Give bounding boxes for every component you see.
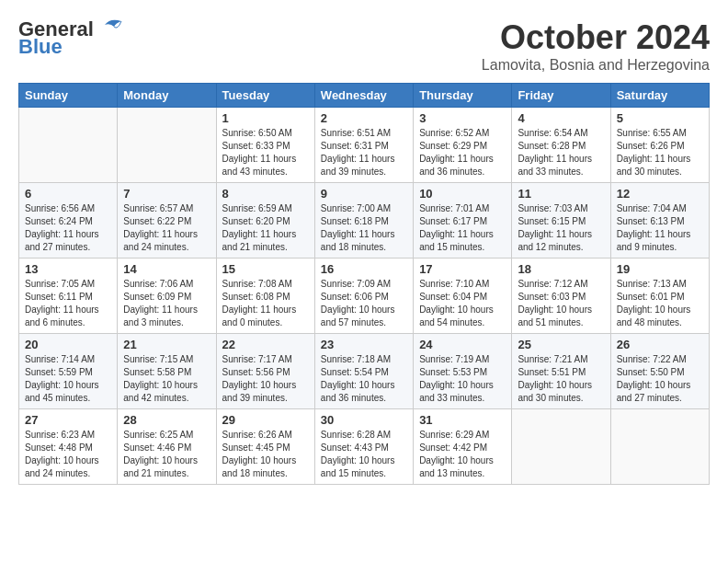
- day-info: Sunrise: 6:59 AM Sunset: 6:20 PM Dayligh…: [222, 202, 309, 254]
- calendar-cell: 31Sunrise: 6:29 AM Sunset: 4:42 PM Dayli…: [414, 409, 512, 485]
- day-info: Sunrise: 6:56 AM Sunset: 6:24 PM Dayligh…: [25, 202, 111, 254]
- calendar-header-row: SundayMondayTuesdayWednesdayThursdayFrid…: [19, 84, 710, 108]
- calendar-cell: 17Sunrise: 7:10 AM Sunset: 6:04 PM Dayli…: [414, 259, 512, 334]
- calendar-cell: 10Sunrise: 7:01 AM Sunset: 6:17 PM Dayli…: [414, 183, 512, 259]
- day-number: 15: [222, 262, 309, 276]
- day-info: Sunrise: 7:19 AM Sunset: 5:53 PM Dayligh…: [419, 353, 506, 405]
- calendar-cell: 8Sunrise: 6:59 AM Sunset: 6:20 PM Daylig…: [216, 183, 314, 259]
- calendar-cell: 7Sunrise: 6:57 AM Sunset: 6:22 PM Daylig…: [118, 183, 216, 259]
- calendar-cell: [512, 409, 610, 485]
- calendar-cell: 20Sunrise: 7:14 AM Sunset: 5:59 PM Dayli…: [19, 334, 118, 409]
- day-info: Sunrise: 6:23 AM Sunset: 4:48 PM Dayligh…: [25, 429, 111, 480]
- calendar-week-5: 27Sunrise: 6:23 AM Sunset: 4:48 PM Dayli…: [19, 409, 710, 485]
- logo: General Blue: [18, 18, 125, 59]
- day-number: 6: [25, 187, 111, 201]
- day-number: 30: [321, 413, 407, 427]
- day-number: 13: [25, 262, 111, 276]
- header-tuesday: Tuesday: [216, 84, 314, 108]
- calendar-cell: 15Sunrise: 7:08 AM Sunset: 6:08 PM Dayli…: [216, 259, 314, 334]
- day-info: Sunrise: 7:09 AM Sunset: 6:06 PM Dayligh…: [321, 278, 407, 329]
- logo-bird-icon: [96, 17, 125, 38]
- calendar-cell: 1Sunrise: 6:50 AM Sunset: 6:33 PM Daylig…: [216, 108, 314, 183]
- day-info: Sunrise: 7:13 AM Sunset: 6:01 PM Dayligh…: [617, 278, 703, 329]
- day-info: Sunrise: 6:25 AM Sunset: 4:46 PM Dayligh…: [123, 429, 210, 480]
- day-info: Sunrise: 7:15 AM Sunset: 5:58 PM Dayligh…: [123, 353, 210, 405]
- location-title: Lamovita, Bosnia and Herzegovina: [482, 57, 710, 74]
- day-number: 9: [321, 187, 407, 201]
- header-monday: Monday: [118, 84, 216, 108]
- calendar-cell: 14Sunrise: 7:06 AM Sunset: 6:09 PM Dayli…: [118, 259, 216, 334]
- header-wednesday: Wednesday: [314, 84, 413, 108]
- day-info: Sunrise: 6:54 AM Sunset: 6:28 PM Dayligh…: [518, 127, 604, 178]
- day-info: Sunrise: 7:01 AM Sunset: 6:17 PM Dayligh…: [419, 202, 506, 254]
- day-info: Sunrise: 7:14 AM Sunset: 5:59 PM Dayligh…: [25, 353, 111, 405]
- day-info: Sunrise: 7:21 AM Sunset: 5:51 PM Dayligh…: [518, 353, 604, 405]
- day-info: Sunrise: 6:51 AM Sunset: 6:31 PM Dayligh…: [321, 127, 407, 178]
- day-info: Sunrise: 6:57 AM Sunset: 6:22 PM Dayligh…: [123, 202, 210, 254]
- calendar-week-3: 13Sunrise: 7:05 AM Sunset: 6:11 PM Dayli…: [19, 259, 710, 334]
- day-number: 26: [617, 338, 703, 351]
- day-info: Sunrise: 7:10 AM Sunset: 6:04 PM Dayligh…: [419, 278, 506, 329]
- day-info: Sunrise: 7:00 AM Sunset: 6:18 PM Dayligh…: [321, 202, 407, 254]
- calendar-cell: 5Sunrise: 6:55 AM Sunset: 6:26 PM Daylig…: [610, 108, 709, 183]
- page-header: General Blue October 2024 Lamovita, Bosn…: [18, 18, 710, 74]
- day-info: Sunrise: 6:29 AM Sunset: 4:42 PM Dayligh…: [419, 429, 506, 480]
- day-info: Sunrise: 7:18 AM Sunset: 5:54 PM Dayligh…: [321, 353, 407, 405]
- day-number: 18: [518, 262, 604, 276]
- calendar-cell: 22Sunrise: 7:17 AM Sunset: 5:56 PM Dayli…: [216, 334, 314, 409]
- day-info: Sunrise: 6:55 AM Sunset: 6:26 PM Dayligh…: [617, 127, 703, 178]
- day-number: 24: [419, 338, 506, 351]
- day-number: 23: [321, 338, 407, 351]
- day-number: 22: [222, 338, 309, 351]
- calendar-cell: 6Sunrise: 6:56 AM Sunset: 6:24 PM Daylig…: [19, 183, 118, 259]
- calendar-cell: 30Sunrise: 6:28 AM Sunset: 4:43 PM Dayli…: [314, 409, 413, 485]
- day-number: 25: [518, 338, 604, 351]
- calendar-cell: 13Sunrise: 7:05 AM Sunset: 6:11 PM Dayli…: [19, 259, 118, 334]
- day-info: Sunrise: 7:17 AM Sunset: 5:56 PM Dayligh…: [222, 353, 309, 405]
- day-number: 17: [419, 262, 506, 276]
- day-number: 8: [222, 187, 309, 201]
- calendar-cell: [19, 108, 118, 183]
- calendar-table: SundayMondayTuesdayWednesdayThursdayFrid…: [18, 83, 710, 485]
- calendar-cell: 27Sunrise: 6:23 AM Sunset: 4:48 PM Dayli…: [19, 409, 118, 485]
- calendar-cell: 19Sunrise: 7:13 AM Sunset: 6:01 PM Dayli…: [610, 259, 709, 334]
- day-number: 4: [518, 111, 604, 125]
- calendar-cell: 16Sunrise: 7:09 AM Sunset: 6:06 PM Dayli…: [314, 259, 413, 334]
- day-number: 21: [123, 338, 210, 351]
- day-number: 2: [321, 111, 407, 125]
- day-info: Sunrise: 7:12 AM Sunset: 6:03 PM Dayligh…: [518, 278, 604, 329]
- calendar-cell: 23Sunrise: 7:18 AM Sunset: 5:54 PM Dayli…: [314, 334, 413, 409]
- calendar-cell: [118, 108, 216, 183]
- day-number: 3: [419, 111, 506, 125]
- day-info: Sunrise: 7:03 AM Sunset: 6:15 PM Dayligh…: [518, 202, 604, 254]
- calendar-cell: 28Sunrise: 6:25 AM Sunset: 4:46 PM Dayli…: [118, 409, 216, 485]
- day-info: Sunrise: 7:05 AM Sunset: 6:11 PM Dayligh…: [25, 278, 111, 329]
- day-info: Sunrise: 6:50 AM Sunset: 6:33 PM Dayligh…: [222, 127, 309, 178]
- calendar-cell: [610, 409, 709, 485]
- calendar-cell: 12Sunrise: 7:04 AM Sunset: 6:13 PM Dayli…: [610, 183, 709, 259]
- day-number: 29: [222, 413, 309, 427]
- calendar-cell: 24Sunrise: 7:19 AM Sunset: 5:53 PM Dayli…: [414, 334, 512, 409]
- day-number: 31: [419, 413, 506, 427]
- day-number: 1: [222, 111, 309, 125]
- calendar-cell: 9Sunrise: 7:00 AM Sunset: 6:18 PM Daylig…: [314, 183, 413, 259]
- header-sunday: Sunday: [19, 84, 118, 108]
- calendar-cell: 26Sunrise: 7:22 AM Sunset: 5:50 PM Dayli…: [610, 334, 709, 409]
- day-number: 11: [518, 187, 604, 201]
- day-info: Sunrise: 7:04 AM Sunset: 6:13 PM Dayligh…: [617, 202, 703, 254]
- calendar-cell: 2Sunrise: 6:51 AM Sunset: 6:31 PM Daylig…: [314, 108, 413, 183]
- day-number: 5: [617, 111, 703, 125]
- day-info: Sunrise: 6:28 AM Sunset: 4:43 PM Dayligh…: [321, 429, 407, 480]
- calendar-week-2: 6Sunrise: 6:56 AM Sunset: 6:24 PM Daylig…: [19, 183, 710, 259]
- day-number: 16: [321, 262, 407, 276]
- day-info: Sunrise: 7:06 AM Sunset: 6:09 PM Dayligh…: [123, 278, 210, 329]
- header-saturday: Saturday: [610, 84, 709, 108]
- day-number: 12: [617, 187, 703, 201]
- calendar-cell: 25Sunrise: 7:21 AM Sunset: 5:51 PM Dayli…: [512, 334, 610, 409]
- logo-text-blue: Blue: [18, 35, 63, 59]
- day-number: 20: [25, 338, 111, 351]
- header-friday: Friday: [512, 84, 610, 108]
- day-number: 28: [123, 413, 210, 427]
- calendar-week-1: 1Sunrise: 6:50 AM Sunset: 6:33 PM Daylig…: [19, 108, 710, 183]
- calendar-cell: 3Sunrise: 6:52 AM Sunset: 6:29 PM Daylig…: [414, 108, 512, 183]
